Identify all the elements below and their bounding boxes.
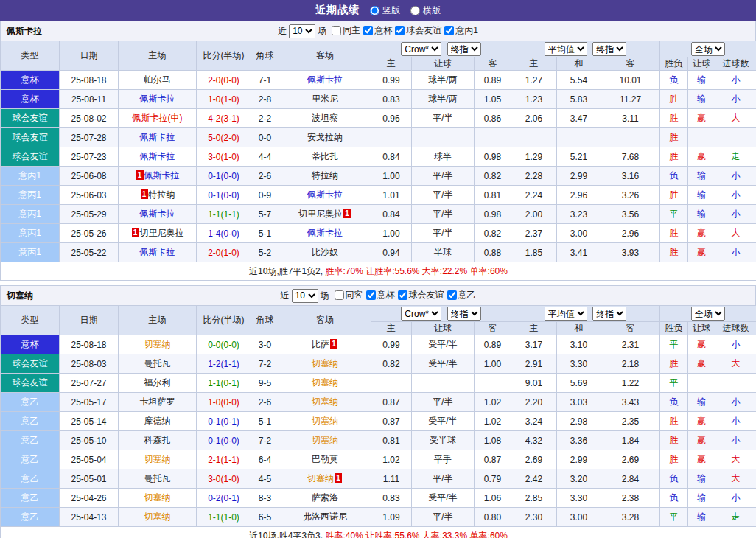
match-count-select[interactable]: 10 — [289, 24, 315, 38]
home-team-cell[interactable]: 1佩斯卡拉 — [119, 167, 197, 186]
filter-checkbox[interactable] — [332, 26, 341, 35]
home-team-cell[interactable]: 佩斯卡拉 — [119, 205, 197, 224]
home-team-cell[interactable]: 1特拉纳 — [119, 186, 197, 205]
home-team-cell[interactable]: 1切里尼奥拉 — [119, 224, 197, 243]
filter-option-3[interactable]: 意乙 — [447, 289, 476, 301]
team-link[interactable]: 摩德纳 — [144, 416, 171, 426]
home-team-cell[interactable]: 科森扎 — [119, 431, 197, 450]
final-europe-select[interactable]: 终指 — [592, 307, 626, 321]
filter-checkbox[interactable] — [444, 26, 454, 35]
away-team-cell[interactable]: 比萨1 — [279, 335, 371, 354]
away-team-cell[interactable]: 佩斯卡拉 — [279, 224, 371, 243]
away-team-cell[interactable]: 切里尼奥拉1 — [279, 205, 371, 224]
fulltime-select[interactable]: 全场 — [691, 42, 725, 56]
team-link[interactable]: 切塞纳 — [307, 473, 334, 483]
away-team-cell[interactable]: 安戈拉纳 — [279, 128, 371, 147]
team-link[interactable]: 特拉纳 — [149, 189, 175, 200]
home-team-cell[interactable]: 佩斯卡拉 — [119, 128, 197, 147]
team-link[interactable]: 佩斯卡拉 — [144, 170, 180, 181]
team-link[interactable]: 切塞纳 — [312, 396, 338, 407]
away-team-cell[interactable]: 波坦察 — [279, 109, 371, 128]
home-team-cell[interactable]: 佩斯卡拉(中) — [119, 109, 197, 128]
team-link[interactable]: 科森扎 — [144, 435, 171, 445]
filter-option-2[interactable]: 球会友谊 — [398, 289, 444, 301]
filter-option-2[interactable]: 球会友谊 — [395, 24, 441, 37]
home-team-cell[interactable]: 切塞纳 — [119, 489, 197, 508]
team-link[interactable]: 切塞纳 — [144, 492, 171, 503]
home-team-cell[interactable]: 佩斯卡拉 — [119, 90, 197, 109]
score-cell[interactable]: 4-2(3-1) — [197, 109, 251, 128]
team-link[interactable]: 安戈拉纳 — [307, 132, 343, 142]
team-link[interactable]: 佩斯卡拉 — [140, 94, 175, 104]
away-team-cell[interactable]: 佩斯卡拉 — [279, 71, 371, 90]
filter-option-0[interactable]: 同客 — [335, 289, 363, 301]
score-cell[interactable]: 1-1(0-1) — [197, 374, 251, 393]
team-link[interactable]: 佩斯卡拉 — [140, 247, 175, 257]
filter-checkbox[interactable] — [335, 290, 344, 300]
filter-option-0[interactable]: 同主 — [332, 24, 360, 37]
final-odds-select[interactable]: 终指 — [447, 307, 481, 321]
score-cell[interactable]: 1-1(1-1) — [197, 205, 251, 224]
score-cell[interactable]: 0-2(0-1) — [197, 489, 251, 508]
team-link[interactable]: 切塞纳 — [312, 358, 338, 368]
home-team-cell[interactable]: 曼托瓦 — [119, 354, 197, 374]
team-link[interactable]: 里米尼 — [312, 94, 338, 104]
fulltime-select[interactable]: 全场 — [691, 307, 725, 321]
match-count-select[interactable]: 10 — [292, 289, 318, 303]
team-link[interactable]: 曼托瓦 — [144, 473, 171, 483]
filter-checkbox[interactable] — [363, 26, 373, 35]
team-link[interactable]: 切里尼奥拉 — [298, 209, 343, 219]
team-link[interactable]: 佩斯卡拉 — [140, 132, 175, 142]
away-team-cell[interactable]: 比沙奴 — [279, 243, 371, 262]
away-team-cell[interactable]: 蒂比扎 — [279, 147, 371, 167]
team-link[interactable]: 切塞纳 — [312, 377, 338, 388]
filter-option-1[interactable]: 意杯 — [363, 24, 392, 37]
team-link[interactable]: 卡坦萨罗 — [140, 396, 175, 407]
score-cell[interactable]: 1-0(1-0) — [197, 90, 251, 109]
filter-checkbox[interactable] — [398, 290, 407, 300]
away-team-cell[interactable]: 萨索洛 — [279, 489, 371, 508]
team-link[interactable]: 佩斯卡拉 — [307, 189, 343, 200]
score-cell[interactable]: 0-0(0-0) — [197, 335, 251, 354]
filter-checkbox[interactable] — [447, 290, 457, 300]
away-team-cell[interactable]: 切塞纳 — [279, 393, 371, 412]
score-cell[interactable]: 0-1(0-0) — [197, 186, 251, 205]
team-link[interactable]: 切塞纳 — [312, 416, 338, 426]
home-team-cell[interactable]: 佩斯卡拉 — [119, 243, 197, 262]
away-team-cell[interactable]: 切塞纳 — [279, 354, 371, 374]
average-odds-select[interactable]: 平均值 — [545, 42, 587, 56]
score-cell[interactable]: 0-1(0-0) — [197, 431, 251, 450]
team-link[interactable]: 比沙奴 — [312, 247, 338, 257]
away-team-cell[interactable]: 里米尼 — [279, 90, 371, 109]
team-link[interactable]: 佩斯卡拉 — [140, 209, 175, 219]
team-link[interactable]: 切塞纳 — [144, 339, 171, 349]
horizontal-radio[interactable] — [410, 6, 420, 15]
team-link[interactable]: 切塞纳 — [144, 511, 171, 522]
team-link[interactable]: 蒂比扎 — [312, 151, 338, 161]
team-link[interactable]: 切塞纳 — [312, 435, 338, 445]
team-link[interactable]: 萨索洛 — [312, 492, 338, 503]
score-cell[interactable]: 1-4(0-0) — [197, 224, 251, 243]
away-team-cell[interactable]: 切塞纳1 — [279, 469, 371, 489]
away-team-cell[interactable]: 切塞纳 — [279, 431, 371, 450]
team-link[interactable]: 比萨 — [312, 339, 329, 349]
team-link[interactable]: 佩斯卡拉 — [307, 228, 343, 238]
bookmaker-select[interactable]: Crow* — [401, 42, 441, 56]
away-team-cell[interactable]: 切塞纳 — [279, 374, 371, 393]
score-cell[interactable]: 1-1(1-0) — [197, 508, 251, 527]
team-link[interactable]: 福尔利 — [144, 377, 171, 388]
away-team-cell[interactable]: 佩斯卡拉 — [279, 186, 371, 205]
away-team-cell[interactable]: 切塞纳 — [279, 412, 371, 431]
score-cell[interactable]: 2-0(0-0) — [197, 71, 251, 90]
away-team-cell[interactable]: 巴勒莫 — [279, 450, 371, 469]
home-team-cell[interactable]: 切塞纳 — [119, 335, 197, 354]
bookmaker-select[interactable]: Crow* — [401, 307, 441, 321]
filter-checkbox[interactable] — [395, 26, 405, 35]
filter-option-1[interactable]: 意杯 — [366, 289, 395, 301]
team-link[interactable]: 曼托瓦 — [144, 358, 171, 368]
score-cell[interactable]: 3-0(1-0) — [197, 147, 251, 167]
view-option-horizontal[interactable]: 横版 — [410, 4, 441, 17]
team-link[interactable]: 切里尼奥拉 — [140, 228, 184, 238]
team-link[interactable]: 帕尔马 — [144, 74, 171, 85]
score-cell[interactable]: 3-0(1-0) — [197, 469, 251, 489]
